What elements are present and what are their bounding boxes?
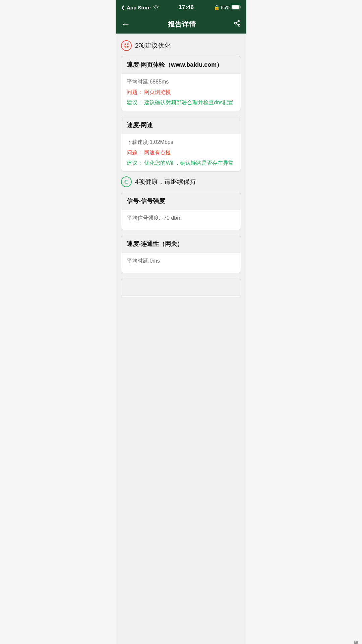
card-web-experience: 速度-网页体验（www.baidu.com） 平均时延:6885ms 问题： 网… <box>121 56 241 111</box>
svg-line-5 <box>236 23 238 25</box>
status-bar: ❮ App Store 17:46 🔒 85% <box>116 0 246 15</box>
card-network-speed: 速度-网速 下载速度:1.02Mbps 问题： 网速有点慢 建议： 优化您的Wi… <box>121 116 241 172</box>
sad-icon: ☹ <box>121 40 132 51</box>
web-experience-problem-label: 问题： <box>127 89 143 95</box>
gateway-stat: 平均时延:0ms <box>127 258 235 265</box>
card-gateway-title: 速度-连通性（网关） <box>127 240 183 247</box>
warning-section-title: 2项建议优化 <box>135 41 171 50</box>
web-experience-problem-value: 网页浏览慢 <box>144 89 171 95</box>
web-experience-suggestion-value: 建议确认射频部署合理并检查dns配置 <box>144 100 233 105</box>
web-experience-stat: 平均时延:6885ms <box>127 78 235 86</box>
nav-bar: ← 报告详情 <box>116 15 246 34</box>
status-time: 17:46 <box>179 4 194 11</box>
network-speed-problem: 问题： 网速有点慢 <box>127 149 235 156</box>
card-web-experience-title: 速度-网页体验（www.baidu.com） <box>127 61 223 68</box>
lock-icon: 🔒 <box>214 5 220 10</box>
network-speed-problem-value: 网速有点慢 <box>144 150 171 155</box>
card-network-speed-title: 速度-网速 <box>127 122 153 128</box>
svg-line-6 <box>236 21 238 23</box>
card-partial-header <box>121 278 241 296</box>
card-network-speed-body: 下载速度:1.02Mbps 问题： 网速有点慢 建议： 优化您的Wifi，确认链… <box>121 134 241 171</box>
card-partial-title <box>127 283 133 290</box>
card-signal-strength-body: 平均信号强度: -70 dbm <box>121 210 241 230</box>
card-web-experience-body: 平均时延:6885ms 问题： 网页浏览慢 建议： 建议确认射频部署合理并检查d… <box>121 74 241 111</box>
signal-strength-stat: 平均信号强度: -70 dbm <box>127 215 235 222</box>
network-speed-suggestion-label: 建议： <box>127 160 143 166</box>
battery-icon <box>232 5 241 10</box>
healthy-section-title: 4项健康，请继续保持 <box>135 177 196 186</box>
healthy-section-header: ☺ 4项健康，请继续保持 <box>121 176 241 187</box>
back-button[interactable]: ← <box>121 19 130 29</box>
card-signal-strength: 信号-信号强度 平均信号强度: -70 dbm <box>121 192 241 230</box>
battery-percent: 85% <box>221 5 230 10</box>
svg-rect-1 <box>232 5 239 9</box>
web-experience-suggestion: 建议： 建议确认射频部署合理并检查dns配置 <box>127 99 235 106</box>
card-network-speed-header: 速度-网速 <box>121 116 241 134</box>
happy-icon: ☺ <box>121 176 132 187</box>
card-signal-strength-title: 信号-信号强度 <box>127 198 165 204</box>
web-experience-suggestion-label: 建议： <box>127 100 143 105</box>
network-speed-stat: 下载速度:1.02Mbps <box>127 139 235 146</box>
main-content: ☹ 2项建议优化 速度-网页体验（www.baidu.com） 平均时延:688… <box>116 34 246 644</box>
network-speed-suggestion: 建议： 优化您的Wifi，确认链路是否存在异常 <box>127 160 235 167</box>
card-gateway-body: 平均时延:0ms <box>121 253 241 273</box>
card-partial <box>121 278 241 298</box>
network-speed-problem-label: 问题： <box>127 150 143 155</box>
wifi-icon <box>153 5 159 10</box>
card-signal-strength-header: 信号-信号强度 <box>121 192 241 210</box>
back-arrow-status: ❮ <box>121 5 125 10</box>
card-gateway-header: 速度-连通性（网关） <box>121 235 241 253</box>
network-speed-suggestion-value: 优化您的Wifi，确认链路是否存在异常 <box>144 160 234 166</box>
card-web-experience-header: 速度-网页体验（www.baidu.com） <box>121 56 241 74</box>
app-store-label: App Store <box>127 5 151 10</box>
web-experience-problem: 问题： 网页浏览慢 <box>127 89 235 96</box>
share-button[interactable] <box>234 19 241 29</box>
card-gateway: 速度-连通性（网关） 平均时延:0ms <box>121 235 241 273</box>
page-title: 报告详情 <box>168 20 196 29</box>
status-left: ❮ App Store <box>121 5 159 10</box>
warning-section-header: ☹ 2项建议优化 <box>121 40 241 51</box>
status-right: 🔒 85% <box>214 5 241 10</box>
